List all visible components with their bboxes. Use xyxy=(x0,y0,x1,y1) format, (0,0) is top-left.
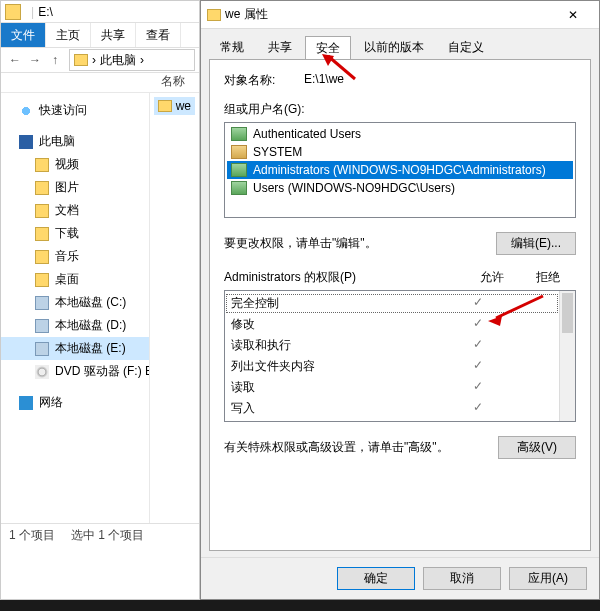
cancel-button[interactable]: 取消 xyxy=(423,567,501,590)
groups-label: 组或用户名(G): xyxy=(224,101,576,118)
perm-row[interactable]: 写入✓ xyxy=(225,398,559,419)
permissions-header: Administrators 的权限(P) 允许 拒绝 xyxy=(224,269,576,286)
close-button[interactable]: ✕ xyxy=(553,1,593,29)
advanced-button[interactable]: 高级(V) xyxy=(498,436,576,459)
separator: | xyxy=(31,5,34,19)
ribbon-home[interactable]: 主页 xyxy=(46,23,91,47)
ok-button[interactable]: 确定 xyxy=(337,567,415,590)
nav-pictures[interactable]: 图片 xyxy=(1,176,149,199)
perm-row[interactable]: 读取和执行✓ xyxy=(225,335,559,356)
nav-desktop[interactable]: 桌面 xyxy=(1,268,149,291)
nav-label: 文档 xyxy=(55,202,79,219)
file-item-we[interactable]: we xyxy=(154,97,195,115)
perm-row[interactable]: 修改✓ xyxy=(225,314,559,335)
file-list[interactable]: we xyxy=(150,93,199,523)
nav-music[interactable]: 音乐 xyxy=(1,245,149,268)
tab-custom[interactable]: 自定义 xyxy=(437,35,495,59)
check-icon: ✓ xyxy=(473,358,483,372)
nav-quick-access[interactable]: 快速访问 xyxy=(1,99,149,122)
perm-row[interactable]: 读取✓ xyxy=(225,377,559,398)
nav-label: 网络 xyxy=(39,394,63,411)
nav-drive-e[interactable]: 本地磁盘 (E:) xyxy=(1,337,149,360)
tab-general[interactable]: 常规 xyxy=(209,35,255,59)
nav-drive-d[interactable]: 本地磁盘 (D:) xyxy=(1,314,149,337)
nav-back-icon[interactable]: ← xyxy=(5,50,25,70)
breadcrumb-sep: › xyxy=(140,53,144,67)
folder-icon xyxy=(74,54,88,66)
address-bar: ← → ↑ › 此电脑 › xyxy=(1,47,199,73)
ribbon-share[interactable]: 共享 xyxy=(91,23,136,47)
object-name-label: 对象名称: xyxy=(224,72,304,89)
ribbon: 文件 主页 共享 查看 xyxy=(1,23,199,47)
nav-fwd-icon[interactable]: → xyxy=(25,50,45,70)
nav-label: 快速访问 xyxy=(39,102,87,119)
check-icon: ✓ xyxy=(473,295,483,309)
taskbar[interactable] xyxy=(0,600,600,611)
perm-name: 完全控制 xyxy=(231,295,453,312)
status-bar: 1 个项目 选中 1 个项目 xyxy=(1,523,199,547)
explorer-titlebar[interactable]: | E:\ xyxy=(1,1,199,23)
perm-name: 读取和执行 xyxy=(231,337,453,354)
permissions-listbox: 完全控制✓ 修改✓ 读取和执行✓ 列出文件夹内容✓ 读取✓ 写入✓ xyxy=(224,290,576,422)
column-header-name[interactable]: 名称 xyxy=(1,73,199,93)
check-icon: ✓ xyxy=(473,316,483,330)
ribbon-view[interactable]: 查看 xyxy=(136,23,181,47)
folder-icon xyxy=(5,4,21,20)
groups-listbox[interactable]: Authenticated Users SYSTEM Administrator… xyxy=(224,122,576,218)
tab-share[interactable]: 共享 xyxy=(257,35,303,59)
perm-name: 列出文件夹内容 xyxy=(231,358,453,375)
tab-previous[interactable]: 以前的版本 xyxy=(353,35,435,59)
nav-dvd[interactable]: DVD 驱动器 (F:) Bo xyxy=(1,360,149,383)
dialog-title: we 属性 xyxy=(225,6,268,23)
apply-button[interactable]: 应用(A) xyxy=(509,567,587,590)
tab-strip: 常规 共享 安全 以前的版本 自定义 xyxy=(201,29,599,59)
nav-network[interactable]: 网络 xyxy=(1,391,149,414)
nav-this-pc[interactable]: 此电脑 xyxy=(1,130,149,153)
title-drive: E:\ xyxy=(38,5,53,19)
advanced-hint: 有关特殊权限或高级设置，请单击"高级"。 xyxy=(224,439,498,456)
users-icon xyxy=(231,127,247,141)
scrollbar-thumb[interactable] xyxy=(562,293,573,333)
perm-row[interactable]: 列出文件夹内容✓ xyxy=(225,356,559,377)
nav-up-icon[interactable]: ↑ xyxy=(45,50,65,70)
pc-icon xyxy=(19,135,33,149)
tab-security[interactable]: 安全 xyxy=(305,36,351,60)
folder-icon xyxy=(35,158,49,172)
group-item[interactable]: Users (WINDOWS-NO9HDGC\Users) xyxy=(227,179,573,197)
users-icon xyxy=(231,163,247,177)
folder-icon xyxy=(35,181,49,195)
explorer-body: 快速访问 此电脑 视频 图片 文档 下载 音乐 桌面 本地磁盘 (C:) 本地磁… xyxy=(1,93,199,523)
status-selected: 选中 1 个项目 xyxy=(71,527,144,544)
group-name: Authenticated Users xyxy=(253,127,361,141)
perm-for-label: Administrators 的权限(P) xyxy=(224,269,464,286)
explorer-window: | E:\ 文件 主页 共享 查看 ← → ↑ › 此电脑 › 名称 快速访问 … xyxy=(0,0,200,600)
star-icon xyxy=(19,104,33,118)
dialog-buttons: 确定 取消 应用(A) xyxy=(201,557,599,599)
group-item-selected[interactable]: Administrators (WINDOWS-NO9HDGC\Administ… xyxy=(227,161,573,179)
breadcrumb-sep: › xyxy=(92,53,96,67)
breadcrumb[interactable]: › 此电脑 › xyxy=(69,49,195,71)
group-item[interactable]: SYSTEM xyxy=(227,143,573,161)
scrollbar[interactable] xyxy=(559,291,575,421)
nav-label: 视频 xyxy=(55,156,79,173)
group-name: SYSTEM xyxy=(253,145,302,159)
perm-name: 读取 xyxy=(231,379,453,396)
dialog-titlebar[interactable]: we 属性 ✕ xyxy=(201,1,599,29)
nav-label: 本地磁盘 (D:) xyxy=(55,317,126,334)
nav-documents[interactable]: 文档 xyxy=(1,199,149,222)
ribbon-file[interactable]: 文件 xyxy=(1,23,46,47)
user-icon xyxy=(231,145,247,159)
nav-downloads[interactable]: 下载 xyxy=(1,222,149,245)
edit-button[interactable]: 编辑(E)... xyxy=(496,232,576,255)
drive-icon xyxy=(35,296,49,310)
nav-video[interactable]: 视频 xyxy=(1,153,149,176)
nav-drive-c[interactable]: 本地磁盘 (C:) xyxy=(1,291,149,314)
nav-label: 音乐 xyxy=(55,248,79,265)
deny-label: 拒绝 xyxy=(520,269,576,286)
nav-label: 下载 xyxy=(55,225,79,242)
group-item[interactable]: Authenticated Users xyxy=(227,125,573,143)
dvd-icon xyxy=(35,365,49,379)
group-name: Administrators (WINDOWS-NO9HDGC\Administ… xyxy=(253,163,546,177)
breadcrumb-thispc[interactable]: 此电脑 xyxy=(100,52,136,69)
perm-row[interactable]: 完全控制✓ xyxy=(225,293,559,314)
